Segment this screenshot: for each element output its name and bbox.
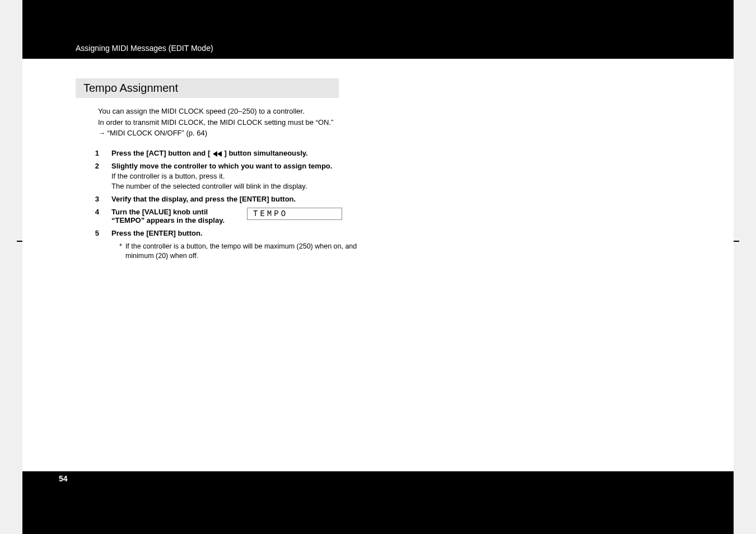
intro-line: You can assign the MIDI CLOCK speed (20–… (98, 106, 680, 117)
step-1: 1 Press the [ACT] button and [ ] button … (91, 149, 680, 157)
step-body: Turn the [VALUE] knob until “TEMPO” appe… (111, 208, 680, 224)
page: Assigning MIDI Messages (EDIT Mode) Temp… (22, 0, 734, 534)
step-number: 2 (91, 162, 99, 190)
step-text: Turn the [VALUE] knob until (111, 208, 225, 216)
step-text: Press the [ACT] button and [ (111, 149, 210, 157)
intro-line: In order to transmit MIDI CLOCK, the MID… (98, 117, 680, 128)
page-number: 54 (53, 472, 73, 485)
step-number: 3 (91, 195, 99, 203)
content: Tempo Assignment You can assign the MIDI… (76, 78, 680, 261)
step-body: Press the [ACT] button and [ ] button si… (111, 149, 680, 157)
footnote: * If the controller is a button, the tem… (119, 242, 377, 261)
rewind-icon (212, 149, 225, 157)
step-2: 2 Slightly move the controller to which … (91, 162, 680, 190)
section-heading: Tempo Assignment (76, 78, 339, 98)
step-4: 4 Turn the [VALUE] knob until “TEMPO” ap… (91, 208, 680, 224)
step-subtext: If the controller is a button, press it. (111, 172, 680, 180)
display-readout: TEMPO (247, 208, 342, 220)
step-text: “TEMPO” appears in the display. (111, 216, 225, 224)
step-text: Slightly move the controller to which yo… (111, 162, 680, 170)
footer-bar (22, 471, 734, 534)
step-subtext: The number of the selected controller wi… (111, 182, 680, 190)
header-bar: Assigning MIDI Messages (EDIT Mode) (22, 0, 734, 59)
arrow-icon: → (98, 129, 108, 137)
step-number: 4 (91, 208, 99, 224)
svg-marker-45 (217, 151, 222, 157)
step-body: Slightly move the controller to which yo… (111, 162, 680, 190)
step-body: Verify that the display, and press the [… (111, 195, 680, 203)
footnote-text: If the controller is a button, the tempo… (125, 242, 377, 261)
step-body: Press the [ENTER] button. (111, 229, 680, 237)
section-title: Tempo Assignment (83, 82, 331, 95)
steps-list: 1 Press the [ACT] button and [ ] button … (91, 149, 680, 261)
svg-marker-44 (213, 151, 217, 157)
intro-crossref: “MIDI CLOCK ON/OFF” (p. 64) (108, 129, 207, 137)
step-3: 3 Verify that the display, and press the… (91, 195, 680, 203)
step-number: 1 (91, 149, 99, 157)
step-text: Verify that the display, and press the [… (111, 195, 680, 203)
step-5: 5 Press the [ENTER] button. (91, 229, 680, 237)
footnote-marker: * (119, 242, 122, 261)
intro-line: → “MIDI CLOCK ON/OFF” (p. 64) (98, 128, 680, 139)
step-number: 5 (91, 229, 99, 237)
step-text: Press the [ENTER] button. (111, 229, 680, 237)
breadcrumb: Assigning MIDI Messages (EDIT Mode) (76, 44, 213, 53)
intro-paragraph: You can assign the MIDI CLOCK speed (20–… (98, 106, 680, 139)
step-text: ] button simultaneously. (224, 149, 307, 157)
